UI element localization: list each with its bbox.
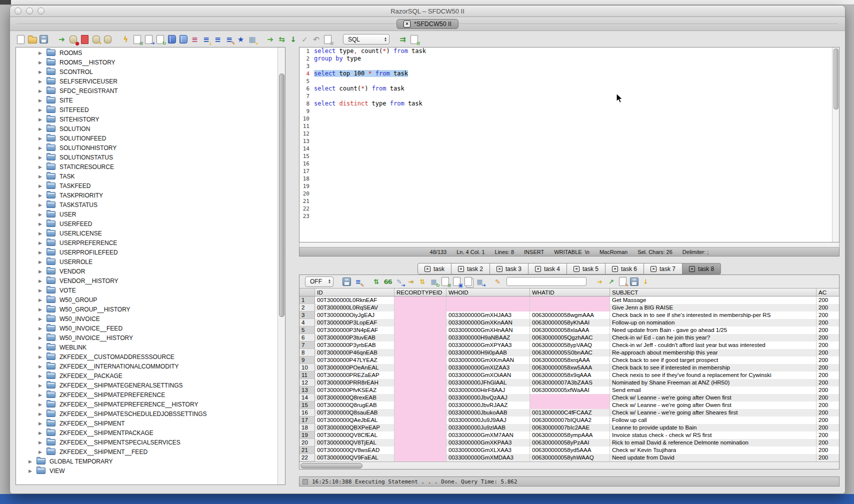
- result-tab-task[interactable]: ×task: [418, 263, 452, 274]
- format-sql-icon[interactable]: ≡: [190, 34, 200, 44]
- cell-subject[interactable]: Check w/ Leanne - we're going after Owen…: [610, 402, 816, 409]
- disclosure-triangle-icon[interactable]: ▶: [38, 136, 44, 141]
- cell-subject[interactable]: Follow-up on nomination: [610, 319, 816, 326]
- edit-sql-icon[interactable]: ≡✎: [224, 34, 234, 44]
- tree-item-zkfedex-shipmategeneralsettings[interactable]: ▶ZKFEDEX__SHIPMATEGENERALSETTINGS: [16, 380, 278, 390]
- disclosure-triangle-icon[interactable]: ▶: [38, 412, 44, 416]
- cell-recordtypeid[interactable]: [394, 326, 446, 334]
- cell-ac[interactable]: 200: [816, 386, 839, 394]
- disclosure-triangle-icon[interactable]: ▶: [38, 278, 44, 284]
- grid-hscrollbar[interactable]: [300, 462, 839, 469]
- grid-row-16[interactable]: 1600T3000000Q8sauEAB0033000000JbukoAAB00…: [300, 409, 839, 416]
- tree-item-scontrol[interactable]: ▶SCONTROL: [16, 67, 278, 76]
- grid-row-1[interactable]: 100T3000000L0RknEAFGet Massage200: [300, 296, 839, 304]
- grid-row-11[interactable]: 1100T3000000PREZaEAP0033000000GmXOiAAN00…: [300, 372, 839, 379]
- cell-subject[interactable]: Check-in w/ Ed - can he join this year?: [610, 334, 816, 342]
- disclosure-triangle-icon[interactable]: ▶: [38, 184, 44, 188]
- cell-whatid[interactable]: 00630000007bIc2AAE: [530, 424, 610, 432]
- cell-whatid[interactable]: 006300000058ympAAA: [530, 432, 610, 439]
- close-result-tab-icon[interactable]: ×: [496, 266, 502, 272]
- grid-row-5[interactable]: 500T3000000P3N4pEAF0033000000GmXHnAAN006…: [300, 326, 839, 334]
- cell-whatid[interactable]: 006300000058xw5AAA: [530, 364, 610, 372]
- disclosure-triangle-icon[interactable]: ▶: [38, 250, 44, 255]
- save-results-icon[interactable]: [342, 277, 352, 286]
- cell-ac[interactable]: 200: [816, 409, 839, 416]
- commit-icon[interactable]: [80, 34, 90, 44]
- tree-item-rooms-history[interactable]: ▶ROOMS__HISTORY: [16, 58, 278, 67]
- cell-subject[interactable]: Check w/ Leanne - we're going after Owen…: [610, 394, 816, 402]
- cell-id[interactable]: 00T3000000P46qnEAB: [315, 349, 394, 356]
- tree-item-taskfeed[interactable]: ▶TASKFEED: [16, 181, 278, 190]
- disclosure-triangle-icon[interactable]: ▶: [38, 231, 44, 236]
- favorites-icon[interactable]: ★: [236, 34, 246, 44]
- result-tab-task-6[interactable]: ×task 6: [606, 263, 644, 274]
- disclosure-triangle-icon[interactable]: ▶: [38, 193, 44, 198]
- tree-item-zkfedex-shipmentpackage[interactable]: ▶ZKFEDEX__SHIPMENTPACKAGE: [16, 428, 278, 438]
- disclosure-triangle-icon[interactable]: ▶: [38, 269, 44, 274]
- grid-header-recordtypeid[interactable]: RECORDTYPEID: [394, 288, 446, 296]
- reload-grid-icon[interactable]: ▦↻: [429, 277, 438, 286]
- cell-whoid[interactable]: 0033000000HirF8AAJ: [446, 386, 530, 394]
- go-arrow-icon[interactable]: ➔: [266, 34, 275, 44]
- find-next-icon[interactable]: ➔: [595, 277, 604, 286]
- disclosure-triangle-icon[interactable]: ▶: [38, 155, 44, 160]
- disclosure-triangle-icon[interactable]: ▶: [38, 202, 44, 208]
- cell-whatid[interactable]: [530, 394, 610, 402]
- disclosure-triangle-icon[interactable]: ▶: [38, 383, 44, 388]
- grid-row-12[interactable]: 1200T3000000PRR8rEAH0033000000JFhGlAAL00…: [300, 379, 839, 386]
- new-connection-icon[interactable]: ✦: [92, 34, 101, 44]
- tree-item-sfdc-registrant[interactable]: ▶SFDC_REGISTRANT: [16, 86, 278, 96]
- disclosure-triangle-icon[interactable]: ▶: [38, 392, 44, 398]
- limit-select[interactable]: OFF▲▼: [305, 276, 334, 287]
- search-highlight-icon[interactable]: ✎: [493, 277, 502, 286]
- cell-whatid[interactable]: 006300000058xrqAAA: [530, 356, 610, 364]
- cell-subject[interactable]: Follow up call: [610, 416, 816, 424]
- cell-id[interactable]: 00T3000000OiyJgEAJ: [315, 312, 394, 319]
- cell-whoid[interactable]: 0033000000JbukoAAB: [446, 409, 530, 416]
- cell-ac[interactable]: 200: [816, 379, 839, 386]
- grid-row-18[interactable]: 1800T3000000QBXPeEAP0033000000Ju9zlAAB00…: [300, 424, 839, 432]
- cell-ac[interactable]: 200: [816, 364, 839, 372]
- cell-subject[interactable]: Check w/ Kevin Tsujihara: [610, 446, 816, 454]
- disclosure-triangle-icon[interactable]: ▶: [38, 298, 44, 302]
- tree-item-userlicense[interactable]: ▶USERLICENSE: [16, 228, 278, 238]
- close-result-tab-icon[interactable]: ×: [574, 266, 580, 272]
- cell-subject[interactable]: Check back to see if good target prospec…: [610, 356, 816, 364]
- close-result-tab-icon[interactable]: ×: [458, 266, 464, 272]
- fetch-more-icon[interactable]: ↓: [641, 277, 650, 286]
- cell-recordtypeid[interactable]: [394, 372, 446, 379]
- cell-subject[interactable]: Give Jenn a BIG RAISE: [610, 304, 816, 312]
- cell-whatid[interactable]: 006300000058yhWAAQ: [530, 454, 610, 462]
- cell-whoid[interactable]: 0033000000Ju9J9AAJ: [446, 416, 530, 424]
- cell-ac[interactable]: 200: [816, 304, 839, 312]
- cell-subject[interactable]: Need update from Bain - gave go ahead 1/…: [610, 326, 816, 334]
- cell-whoid[interactable]: 0033000000GmXOiAAN: [446, 372, 530, 379]
- cell-recordtypeid[interactable]: [394, 319, 446, 326]
- cell-id[interactable]: 00T3000000P3yrbEAB: [315, 342, 394, 349]
- cell-recordtypeid[interactable]: [394, 454, 446, 462]
- grid-row-13[interactable]: 1300T3000000PfvKSEAZ0033000000HirF8AAJ00…: [300, 386, 839, 394]
- cell-ac[interactable]: 200: [816, 439, 839, 446]
- tree-item-w50-group[interactable]: ▶W50_GROUP: [16, 295, 278, 304]
- cell-whoid[interactable]: 0033000000H9i0pAAB: [446, 349, 530, 356]
- cell-subject[interactable]: Rick to email David & reference Delmonte…: [610, 439, 816, 446]
- cell-recordtypeid[interactable]: [394, 402, 446, 409]
- cell-id[interactable]: 00T3000000POeAnEAL: [315, 364, 394, 372]
- cell-whoid[interactable]: 0033000000GmXMDAA3: [446, 454, 530, 462]
- cell-id[interactable]: 00T3000000QV9FaEAL: [315, 454, 394, 462]
- cell-whoid[interactable]: 0033000000GmXKnAAN: [446, 319, 530, 326]
- tree-item-solutionfeed[interactable]: ▶SOLUTIONFEED: [16, 134, 278, 143]
- down-arrow-icon[interactable]: ↓: [288, 34, 298, 44]
- disclosure-triangle-icon[interactable]: ▶: [38, 364, 44, 369]
- new-file-icon[interactable]: [16, 34, 26, 44]
- cell-id[interactable]: 00T3000000PREZaEAP: [315, 372, 394, 379]
- record-view-icon[interactable]: ▣: [452, 277, 462, 286]
- tree-item-w50-invoice-feed[interactable]: ▶W50_INVOICE__FEED: [16, 324, 278, 333]
- cell-id[interactable]: 00T3000000L0RknEAF: [315, 296, 394, 304]
- format-results-icon[interactable]: ≡✎: [354, 277, 363, 286]
- cell-subject[interactable]: Leanne to provide update to Bain: [610, 424, 816, 432]
- cell-ac[interactable]: 200: [816, 416, 839, 424]
- tree-item-sitefeed[interactable]: ▶SITEFEED: [16, 105, 278, 114]
- tree-item-weblink[interactable]: ▶WEBLINK: [16, 342, 278, 352]
- tree-item-solutionstatus[interactable]: ▶SOLUTIONSTATUS: [16, 152, 278, 162]
